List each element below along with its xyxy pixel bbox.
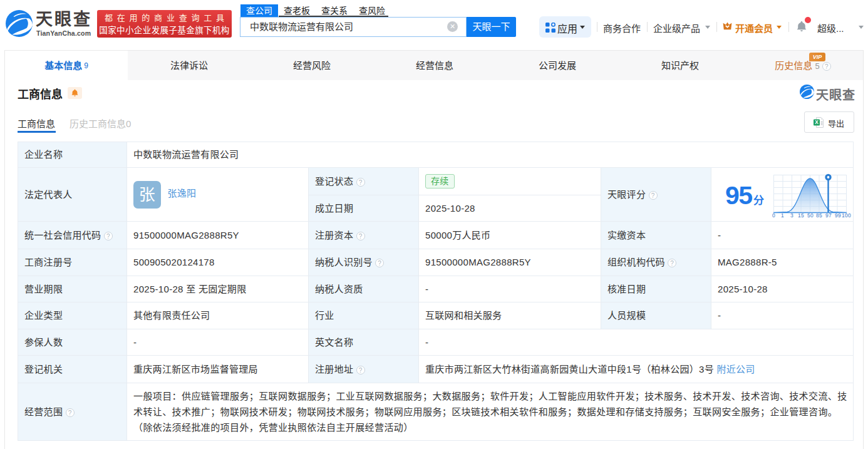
svg-text:X: X [815,119,819,125]
